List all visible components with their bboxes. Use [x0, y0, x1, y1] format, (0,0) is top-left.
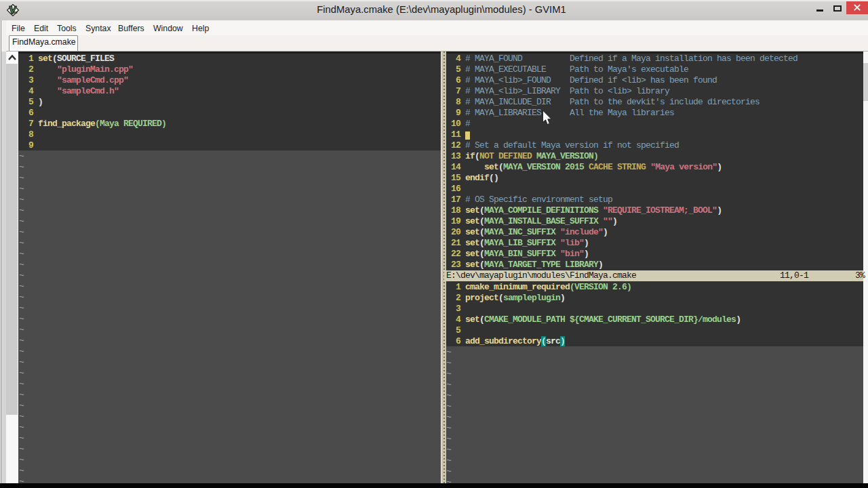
svg-text:im: im: [13, 9, 18, 14]
